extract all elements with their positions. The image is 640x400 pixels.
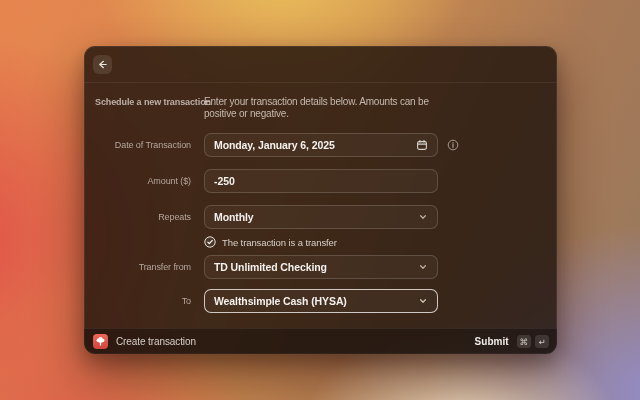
calendar-icon [416, 139, 428, 151]
date-value: Monday, January 6, 2025 [214, 139, 416, 151]
form-description: Enter your transaction details below. Am… [204, 96, 438, 120]
submit-button[interactable]: Submit [475, 336, 509, 347]
transfer-from-row: Transfer from TD Unlimited Checking [95, 255, 557, 279]
repeats-dropdown[interactable]: Monthly [204, 205, 438, 229]
transfer-checkbox-label: The transaction is a transfer [222, 237, 337, 248]
repeats-value: Monthly [214, 211, 418, 223]
info-icon[interactable] [447, 139, 459, 151]
intro-row: Schedule a new transaction Enter your tr… [95, 96, 557, 120]
transfer-checkbox-row: The transaction is a transfer [95, 236, 557, 248]
repeats-label: Repeats [95, 212, 191, 222]
amount-input[interactable]: -250 [204, 169, 438, 193]
transfer-from-dropdown[interactable]: TD Unlimited Checking [204, 255, 438, 279]
form-title: Schedule a new transaction [95, 96, 191, 107]
arrow-left-icon [97, 59, 108, 70]
checkbox-checked-icon [204, 236, 216, 248]
chevron-down-icon [418, 296, 428, 306]
chevron-down-icon [418, 212, 428, 222]
transfer-from-label: Transfer from [95, 262, 191, 272]
transfer-checkbox[interactable]: The transaction is a transfer [204, 236, 438, 248]
amount-value: -250 [214, 175, 428, 187]
dialog-header [84, 46, 557, 83]
transfer-from-value: TD Unlimited Checking [214, 261, 418, 273]
action-bar: Create transaction Submit ⌘ ↵ [84, 328, 557, 354]
transaction-dialog: Schedule a new transaction Enter your tr… [84, 46, 557, 354]
footer-right: Submit ⌘ ↵ [475, 335, 549, 348]
enter-key[interactable]: ↵ [535, 335, 549, 348]
repeats-row: Repeats Monthly [95, 205, 557, 229]
form-content: Schedule a new transaction Enter your tr… [84, 83, 557, 328]
to-value: Wealthsimple Cash (HYSA) [214, 295, 418, 307]
chevron-down-icon [418, 262, 428, 272]
to-row: To Wealthsimple Cash (HYSA) [95, 289, 557, 313]
date-row: Date of Transaction Monday, January 6, 2… [95, 133, 557, 157]
footer-title: Create transaction [116, 336, 196, 347]
back-button[interactable] [93, 55, 112, 74]
footer-left: Create transaction [93, 334, 196, 349]
date-input[interactable]: Monday, January 6, 2025 [204, 133, 438, 157]
amount-row: Amount ($) -250 [95, 169, 557, 193]
date-label: Date of Transaction [95, 140, 191, 150]
amount-label: Amount ($) [95, 176, 191, 186]
to-label: To [95, 296, 191, 306]
app-icon [93, 334, 108, 349]
to-dropdown[interactable]: Wealthsimple Cash (HYSA) [204, 289, 438, 313]
cmd-key[interactable]: ⌘ [517, 335, 532, 348]
